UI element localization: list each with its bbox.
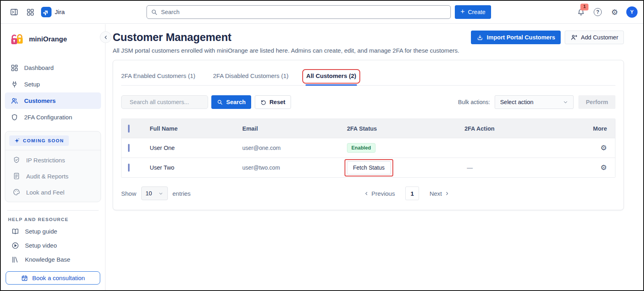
- topbar-right: 1 ? ⚙ Y: [574, 5, 638, 19]
- tab-all-customers[interactable]: All Customers (2): [306, 72, 356, 85]
- sidebar-item-ip-restrictions: IP Restrictions: [9, 152, 97, 168]
- customer-search-input[interactable]: [130, 99, 205, 105]
- tab-2fa-enabled-customers[interactable]: 2FA Enabled Customers (1): [121, 72, 195, 85]
- book-consultation-button[interactable]: Book a consultation: [6, 271, 100, 285]
- table-row-user-two: User Two user@two.com Fetch Status — ⚙: [122, 158, 615, 177]
- app-switcher-button[interactable]: [23, 5, 37, 19]
- tab-bar: 2FA Enabled Customers (1) 2FA Disabled C…: [121, 60, 615, 86]
- app-window: Jira + Create 1 ? ⚙ Y: [0, 0, 644, 291]
- customer-name: User Two: [150, 164, 242, 171]
- sidebar-item-2fa-configuration[interactable]: 2FA Configuration: [5, 109, 101, 125]
- sparkle-icon: [14, 138, 20, 143]
- coming-soon-badge: COMING SOON: [9, 135, 69, 146]
- page-size-select[interactable]: 10: [141, 186, 168, 200]
- shield-check-icon: [12, 156, 21, 164]
- row-settings-gear-icon[interactable]: ⚙: [601, 164, 607, 171]
- entries-label: entries: [173, 190, 191, 197]
- plug-icon: [10, 80, 19, 88]
- help-icon: ?: [594, 8, 602, 16]
- sidebar-item-setup[interactable]: Setup: [5, 76, 101, 92]
- notifications-button[interactable]: 1: [574, 5, 588, 19]
- chevron-right-icon: [444, 191, 450, 196]
- app-grid-icon: [26, 8, 35, 16]
- main-content: Customer Management Import Portal Custom…: [106, 24, 643, 290]
- toggle-knob: [458, 146, 466, 153]
- tab-2fa-disabled-customers[interactable]: 2FA Disabled Customers (1): [213, 72, 289, 85]
- sidebar-item-setup-video[interactable]: Setup video: [1, 238, 105, 252]
- play-circle-icon: [11, 242, 19, 250]
- jira-logo-icon: [41, 7, 52, 17]
- add-customer-button[interactable]: Add Customer: [565, 31, 624, 44]
- header-actions: Import Portal Customers Add Customer: [471, 31, 624, 44]
- sidebar-item-look-and-feel: Look and Feel: [9, 184, 97, 200]
- brand-header: miniOrange: [1, 24, 105, 49]
- check-icon: ✓: [470, 146, 474, 152]
- import-icon: [477, 34, 483, 41]
- chevron-down-icon: [563, 99, 568, 105]
- customer-email: user@one.com: [242, 145, 347, 151]
- top-navigation-bar: Jira + Create 1 ? ⚙ Y: [1, 1, 643, 24]
- bulk-actions-label: Bulk actions:: [458, 99, 490, 105]
- coming-soon-card: COMING SOON IP Restrictions Audit & Repo…: [5, 131, 101, 202]
- sidebar-item-audit-reports: Audit & Reports: [9, 168, 97, 184]
- column-header-full-name: Full Name: [150, 125, 242, 132]
- search-button[interactable]: Search: [211, 95, 251, 109]
- table-row-user-one: User One user@one.com Enabled ✓ ⚙: [122, 138, 615, 158]
- shield-icon: [10, 113, 19, 121]
- row-checkbox[interactable]: [128, 164, 130, 172]
- chevron-down-icon: [158, 191, 163, 196]
- sidebar-item-dashboard[interactable]: Dashboard: [5, 59, 101, 76]
- row-checkbox[interactable]: [128, 144, 130, 152]
- select-all-checkbox[interactable]: [128, 125, 130, 133]
- jira-app-name: Jira: [55, 8, 65, 16]
- bulk-actions-group: Bulk actions: Select action Perform: [458, 95, 615, 109]
- search-icon: [151, 9, 158, 16]
- global-search-input[interactable]: [161, 9, 446, 15]
- column-header-2fa-status: 2FA Status: [347, 125, 464, 132]
- user-avatar[interactable]: Y: [626, 6, 638, 18]
- reset-icon: [260, 99, 266, 105]
- calendar-check-icon: [21, 275, 28, 282]
- miniorange-logo-icon: [10, 32, 24, 47]
- customer-email: user@two.com: [242, 164, 347, 171]
- divider: [7, 210, 99, 211]
- perform-button[interactable]: Perform: [578, 95, 615, 109]
- global-search-box[interactable]: [147, 5, 451, 19]
- fetch-status-button[interactable]: Fetch Status: [347, 161, 391, 174]
- sidebar-collapse-button[interactable]: [100, 31, 111, 43]
- customer-name: User One: [150, 145, 242, 151]
- import-portal-customers-button[interactable]: Import Portal Customers: [471, 31, 561, 44]
- document-icon: [12, 172, 21, 180]
- divider: [5, 150, 101, 150]
- topbar-left: Jira: [7, 5, 147, 19]
- next-page-button[interactable]: Next: [429, 190, 450, 197]
- show-label: Show: [121, 190, 136, 197]
- sidebar-item-knowledge-base[interactable]: Knowledge Base: [1, 252, 105, 266]
- filter-row: Search Reset Bulk actions: Select action…: [121, 95, 615, 109]
- column-header-email: Email: [242, 125, 347, 132]
- page-title: Customer Management: [113, 31, 231, 44]
- customers-card: 2FA Enabled Customers (1) 2FA Disabled C…: [113, 60, 624, 210]
- dashboard-icon: [10, 64, 19, 72]
- no-action-dash: —: [464, 164, 473, 171]
- page-subtitle: All JSM portal customers enrolled with m…: [113, 47, 624, 54]
- settings-button[interactable]: ⚙: [608, 5, 621, 19]
- jira-home-link[interactable]: Jira: [39, 7, 66, 17]
- customer-search-box[interactable]: [121, 95, 208, 109]
- create-button[interactable]: + Create: [455, 5, 491, 19]
- sidebar-item-setup-guide[interactable]: Setup guide: [1, 224, 105, 238]
- sidebar-item-customers[interactable]: Customers: [5, 92, 101, 109]
- page-size-group: Show 10 entries: [121, 186, 191, 200]
- bulk-action-select[interactable]: Select action: [495, 95, 574, 109]
- row-settings-gear-icon[interactable]: ⚙: [601, 144, 607, 152]
- reset-button[interactable]: Reset: [255, 95, 291, 109]
- table-header-row: Full Name Email 2FA Status 2FA Action Mo…: [122, 119, 615, 138]
- current-page-button[interactable]: 1: [405, 186, 419, 200]
- sidebar-toggle-button[interactable]: [7, 5, 21, 19]
- sidebar-toggle-icon: [10, 8, 19, 16]
- page-header: Customer Management Import Portal Custom…: [113, 31, 624, 44]
- column-header-more: More: [581, 125, 615, 132]
- previous-page-button[interactable]: Previous: [364, 190, 395, 197]
- help-button[interactable]: ?: [591, 5, 605, 19]
- brand-name: miniOrange: [29, 35, 67, 43]
